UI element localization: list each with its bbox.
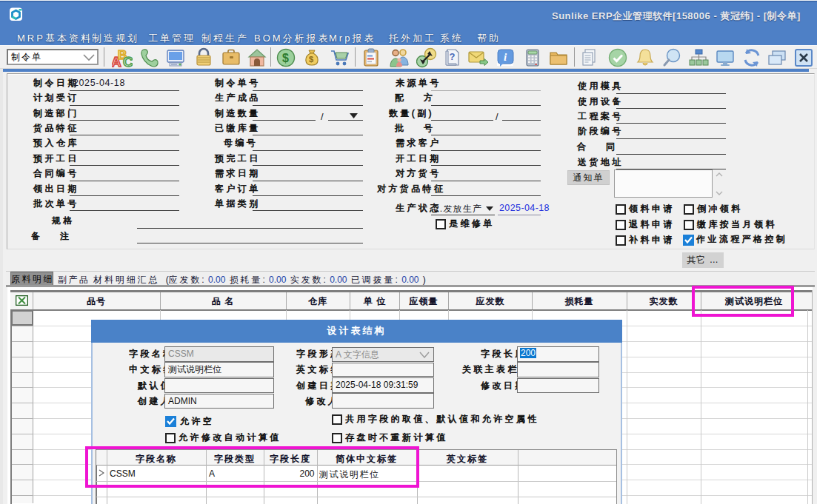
svg-text:$: $ xyxy=(282,52,289,64)
svg-text:C: C xyxy=(123,54,133,68)
svg-text:?: ? xyxy=(450,51,456,62)
svg-text:$: $ xyxy=(309,55,313,64)
